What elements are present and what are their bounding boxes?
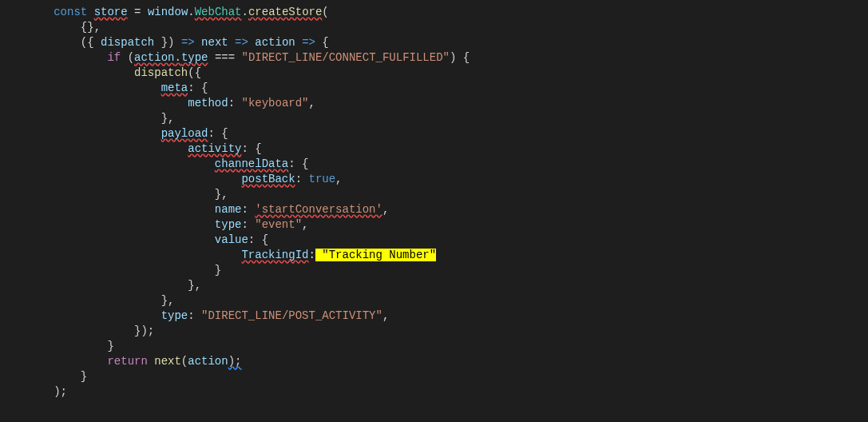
activity-close: } xyxy=(188,279,194,292)
if-type: type xyxy=(181,51,208,64)
prop-value: value xyxy=(215,233,248,246)
destruct-open: ({ xyxy=(81,36,101,49)
payload-open: { xyxy=(221,127,228,140)
prop-trackingid: TrackingId xyxy=(241,249,308,261)
channeldata-comma: , xyxy=(221,188,228,201)
payload-comma: , xyxy=(168,294,174,307)
prop-meta: meta xyxy=(161,82,188,94)
arrow-1: => xyxy=(174,36,201,49)
meta-colon: : xyxy=(188,82,201,94)
if-action: action xyxy=(134,51,174,64)
value-colon: : xyxy=(248,233,262,246)
kw-true: true xyxy=(308,173,335,185)
type2-comma: , xyxy=(302,218,308,231)
disp-open: ( xyxy=(188,66,194,79)
type3-comma: , xyxy=(382,309,389,322)
str-post: "DIRECT_LINE/POST_ACTIVITY" xyxy=(201,309,382,322)
prop-method: method xyxy=(188,97,228,109)
method-comma: , xyxy=(309,97,315,109)
comma-1: , xyxy=(94,21,101,34)
dot-1: . xyxy=(188,6,194,18)
payload-colon: : xyxy=(208,127,221,140)
var-window: window xyxy=(148,6,188,18)
channeldata-close: } xyxy=(215,188,221,201)
var-dispatch: dispatch xyxy=(101,36,154,49)
op-eq: = xyxy=(128,6,148,18)
highlight-tracking-number: "Tracking Number" xyxy=(315,249,436,261)
dispatch-close: }); xyxy=(134,324,154,337)
activity-comma: , xyxy=(195,279,201,292)
triple-eq: === xyxy=(208,51,241,64)
next-close-semi: ); xyxy=(228,355,242,368)
kw-if: if xyxy=(107,51,121,64)
next-action: action xyxy=(188,355,228,368)
channeldata-colon: : xyxy=(288,157,302,170)
createstore-close: ); xyxy=(54,385,67,398)
empty-obj: {} xyxy=(81,21,94,34)
arrow-3: => xyxy=(295,36,323,49)
fn-next: next xyxy=(154,355,181,368)
channeldata-open: { xyxy=(302,157,308,170)
postback-colon: : xyxy=(295,173,309,185)
meta-close: } xyxy=(161,112,168,125)
payload-close: } xyxy=(161,294,168,307)
str-event: "event" xyxy=(255,218,302,231)
destruct-close: }) xyxy=(154,36,174,49)
prop-postback: postBack xyxy=(241,173,295,185)
brace-open-1: { xyxy=(322,36,328,49)
fn-createstore: createStore xyxy=(248,6,322,18)
open-paren: ( xyxy=(322,6,328,18)
name-colon: : xyxy=(241,203,255,216)
var-next: next xyxy=(201,36,228,49)
name-comma: , xyxy=(382,203,389,216)
str-startconv: 'startConversation' xyxy=(255,203,382,216)
code-editor-content[interactable]: const store = window.WebChat.createStore… xyxy=(0,0,868,400)
tracking-colon: : xyxy=(308,249,315,261)
prop-type2: type xyxy=(215,218,242,231)
if-brace-close: } xyxy=(107,340,113,352)
meta-comma: , xyxy=(168,112,174,125)
value-open: { xyxy=(262,233,268,246)
if-open: ( xyxy=(128,51,134,64)
method-colon: : xyxy=(228,97,242,109)
disp-obj-open: { xyxy=(195,66,201,79)
arrow-2: => xyxy=(228,36,256,49)
activity-open: { xyxy=(255,142,261,155)
prop-name: name xyxy=(215,203,242,216)
fn-dispatch: dispatch xyxy=(134,66,188,79)
if-dot: . xyxy=(174,51,180,64)
postback-comma: , xyxy=(335,173,342,185)
if-brace-open: { xyxy=(463,51,470,64)
cls-webchat: WebChat xyxy=(195,6,242,18)
dot-2: . xyxy=(242,6,248,18)
next-open: ( xyxy=(181,355,188,368)
prop-payload: payload xyxy=(161,127,208,140)
meta-open: { xyxy=(201,82,208,94)
var-action: action xyxy=(255,36,295,49)
prop-type3: type xyxy=(161,309,188,322)
kw-return: return xyxy=(107,355,147,368)
arrow-brace-close: } xyxy=(81,370,87,383)
type2-colon: : xyxy=(241,218,255,231)
kw-const: const xyxy=(54,6,87,18)
prop-activity: activity xyxy=(188,142,241,155)
var-store: store xyxy=(94,6,128,18)
activity-colon: : xyxy=(241,142,255,155)
prop-channeldata: channelData xyxy=(215,157,288,170)
str-keyboard: "keyboard" xyxy=(241,97,308,109)
type3-colon: : xyxy=(188,309,201,322)
value-close: } xyxy=(215,264,221,277)
str-connect: "DIRECT_LINE/CONNECT_FULFILLED" xyxy=(242,51,450,64)
if-close: ) xyxy=(450,51,456,64)
